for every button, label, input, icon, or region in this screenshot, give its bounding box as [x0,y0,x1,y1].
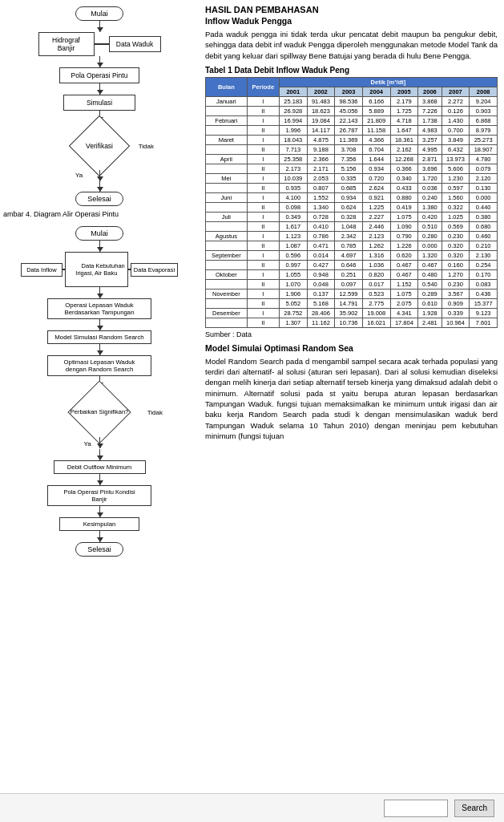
cell-bulan: Agustus [206,231,248,241]
cell-value: 0.328 [335,212,363,221]
cell-value: 9.123 [470,308,498,318]
cell-value: 0.790 [390,231,418,241]
cell-value: 7.226 [418,106,442,115]
cell-value: 0.280 [418,231,442,241]
arrow2-1 [99,241,100,252]
cell-value: 1.226 [390,241,418,250]
cell-value: 1.087 [279,241,307,250]
cell-value: 0.410 [307,221,335,231]
cell-periode: II [247,318,279,327]
cell-value: 1.644 [362,154,390,164]
cell-value: 2.342 [335,231,363,241]
cell-periode: II [247,144,279,154]
cell-value: 0.523 [362,289,390,298]
cell-value: 0.480 [418,269,442,279]
table-row: MeiI10.0392.0530.3350.7200.3401.7201.230… [206,173,498,183]
flow2-kesimpulan: Kesimpulan [59,517,139,531]
source-text: Sumber : Data [205,330,498,338]
flow2-debit-outflow: Debit Outflow Minimum [54,460,146,474]
cell-bulan: November [206,289,248,298]
search-bar: Search [0,793,504,822]
cell-value: 2.446 [362,221,390,231]
flow-selesai: Selesai [75,192,123,206]
cell-value: 5.156 [335,164,363,173]
cell-value: 2.871 [418,154,442,164]
cell-value: 0.048 [307,279,335,289]
cell-value: 0.820 [362,269,390,279]
cell-value: 16.994 [279,115,307,125]
data-table: Bulan Periode Detik [m³/dt] 200120022003… [205,77,498,328]
arrow2-2 [99,287,100,298]
cell-value: 22.143 [335,115,363,125]
cell-bulan: Maret [206,135,248,144]
cell-value: 12.599 [335,289,363,298]
flowchart-1: Mulai Hidrograf Banjir Data Waduk Pola O… [3,6,196,218]
cell-value: 1.560 [442,192,470,202]
cell-bulan [206,318,248,327]
table-row: II5.0525.16814.7912.7752.0750.6100.90915… [206,298,498,308]
cell-value: 6.166 [362,96,390,106]
cell-value: 25.183 [279,96,307,106]
cell-value: 35.902 [335,308,363,318]
cell-bulan: Mei [206,173,248,183]
cell-value: 0.427 [307,260,335,269]
arrow-6 [99,180,100,192]
cell-value: 3.567 [442,289,470,298]
cell-value: 18.361 [390,135,418,144]
cell-value: 11.369 [335,135,363,144]
cell-value: 1.307 [279,318,307,327]
cell-value: 9.188 [307,144,335,154]
cell-bulan: Oktober [206,269,248,279]
cell-value: 1.048 [335,221,363,231]
cell-value: 5.052 [279,298,307,308]
cell-value: 1.996 [279,125,307,135]
year-col-2008: 2008 [470,87,498,96]
table-row: II1.99614.11726.78711.1581.6474.9830.700… [206,125,498,135]
cell-value: 6.704 [362,144,390,154]
cell-value: 0.700 [442,125,470,135]
cell-value: 0.997 [279,260,307,269]
cell-value: 0.903 [470,106,498,115]
table-row: II0.9350.8070.6852.6240.4330.0360.5970.1… [206,183,498,192]
table-row: II7.7139.1883.7086.7042.1624.9956.43218.… [206,144,498,154]
cell-value: 1.225 [362,202,390,212]
cell-value: 4.341 [390,308,418,318]
cell-value: 1.725 [390,106,418,115]
cell-value: 1.552 [307,192,335,202]
cell-bulan [206,144,248,154]
table-row: JuliI0.3490.7280.3282.2271.0750.4201.025… [206,212,498,221]
flow2-selesai: Selesai [75,542,123,557]
cell-periode: I [247,115,279,125]
cell-value: 2.173 [279,164,307,173]
cell-value: 0.420 [418,212,442,221]
search-input[interactable] [384,800,448,817]
cell-value: 26.787 [335,125,363,135]
cell-value: 12.268 [390,154,418,164]
cell-value: 2.162 [390,144,418,154]
search-button[interactable]: Search [454,800,494,817]
cell-periode: I [247,135,279,144]
cell-value: 16.021 [362,318,390,327]
cell-value: 0.320 [442,241,470,250]
flow2-mulai: Mulai [75,226,123,241]
cell-value: 4.780 [470,154,498,164]
cell-value: 0.366 [390,164,418,173]
cell-value: 1.617 [279,221,307,231]
cell-value: 0.934 [335,192,363,202]
cell-value: 0.322 [442,202,470,212]
arrow2-4 [99,344,100,355]
cell-periode: I [247,308,279,318]
cell-value: 1.070 [279,279,307,289]
cell-value: 9.204 [470,96,498,106]
table-row: MaretI18.0434.87511.3694.36618.3613.2573… [206,135,498,144]
cell-value: 18.623 [307,106,335,115]
cell-value: 0.948 [307,269,335,279]
flow-verifikasi: Verifikasi [86,142,113,150]
arrow-2 [99,56,100,67]
cell-value: 10.736 [335,318,363,327]
table-row: DesemberI28.75228.40635.90219.0084.3411.… [206,308,498,318]
cell-bulan: Juli [206,212,248,221]
cell-value: 0.436 [470,289,498,298]
cell-value: 2.481 [418,318,442,327]
cell-value: 0.646 [335,260,363,269]
